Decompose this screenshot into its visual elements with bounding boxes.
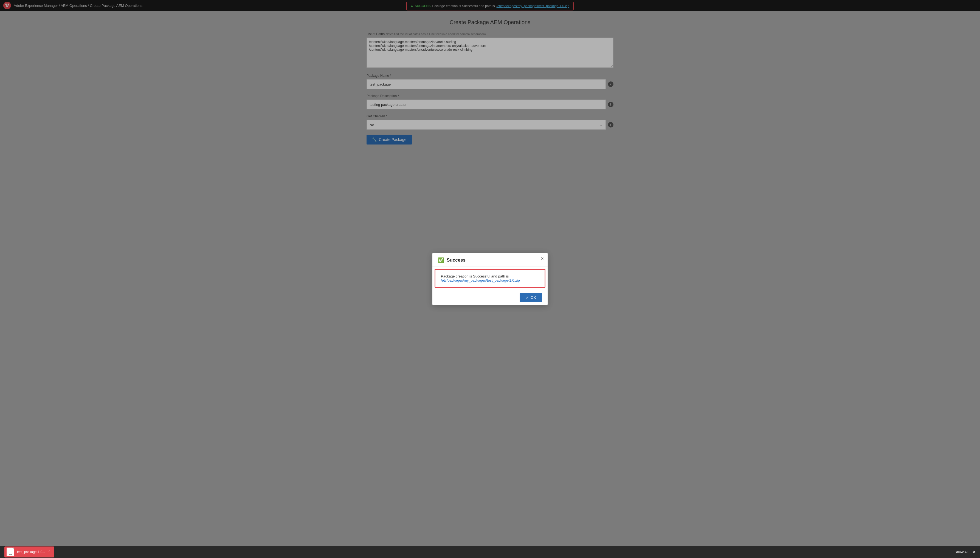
download-filename: test_package-1.0... <box>17 550 45 554</box>
main-content: Create Package AEM Operations List of Pa… <box>0 11 980 558</box>
ok-label: OK <box>531 295 536 300</box>
show-all-button[interactable]: Show All <box>955 550 968 554</box>
ok-button[interactable]: ✓ OK <box>520 293 542 302</box>
download-chevron-icon[interactable]: ⌃ <box>48 550 51 554</box>
dialog-header: ✅ Success × <box>432 253 548 267</box>
ok-checkmark-icon: ✓ <box>526 295 529 300</box>
success-dialog: ✅ Success × Package creation is Successf… <box>432 253 548 305</box>
dialog-footer: ✓ OK <box>432 290 548 305</box>
dialog-overlay: ✅ Success × Package creation is Successf… <box>0 0 980 558</box>
download-item: ZIP test_package-1.0... ⌃ <box>4 547 54 558</box>
bottom-bar-right: Show All × <box>955 549 976 555</box>
check-circle-icon: ✅ <box>438 257 444 263</box>
dialog-title: Success <box>447 258 465 263</box>
dialog-close-button[interactable]: × <box>541 256 544 261</box>
dialog-message: Package creation is Successful and path … <box>441 274 509 278</box>
zip-file-icon: ZIP <box>7 548 14 556</box>
dialog-body: Package creation is Successful and path … <box>434 269 546 288</box>
zip-label: ZIP <box>9 553 12 556</box>
bottom-bar: ZIP test_package-1.0... ⌃ Show All × <box>0 546 980 558</box>
close-bottom-bar-button[interactable]: × <box>973 549 976 555</box>
dialog-path-link[interactable]: /etc/packages/my_packages/test_package-1… <box>441 278 520 282</box>
